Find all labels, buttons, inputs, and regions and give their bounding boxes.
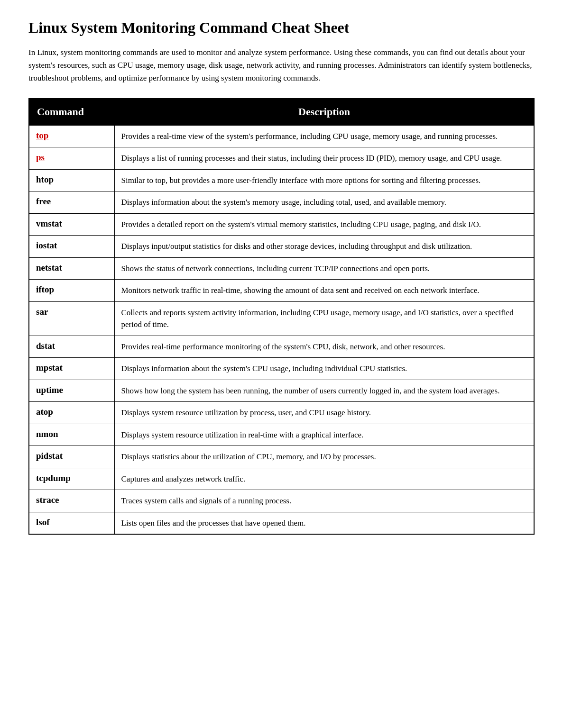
description-cell: Displays information about the system's …: [114, 358, 534, 380]
command-cell: iftop: [29, 280, 114, 302]
command-cell: lsof: [29, 512, 114, 534]
description-cell: Lists open files and the processes that …: [114, 512, 534, 534]
description-cell: Traces system calls and signals of a run…: [114, 490, 534, 512]
command-cell: strace: [29, 490, 114, 512]
table-body: topProvides a real-time view of the syst…: [29, 125, 534, 535]
description-cell: Displays system resource utilization in …: [114, 424, 534, 446]
command-link[interactable]: ps: [36, 152, 45, 162]
description-cell: Monitors network traffic in real-time, s…: [114, 280, 534, 302]
table-row: sarCollects and reports system activity …: [29, 301, 534, 336]
command-column-header: Command: [29, 99, 114, 125]
command-cell: tcpdump: [29, 468, 114, 490]
command-cell: atop: [29, 402, 114, 424]
description-cell: Displays system resource utilization by …: [114, 402, 534, 424]
description-cell: Displays statistics about the utilizatio…: [114, 446, 534, 468]
command-cell: htop: [29, 169, 114, 191]
description-cell: Captures and analyzes network traffic.: [114, 468, 534, 490]
command-cell: top: [29, 125, 114, 147]
description-cell: Shows the status of network connections,…: [114, 257, 534, 280]
command-cell: ps: [29, 147, 114, 170]
table-row: htopSimilar to top, but provides a more …: [29, 169, 534, 191]
table-header: Command Description: [29, 99, 534, 125]
table-row: atopDisplays system resource utilization…: [29, 402, 534, 424]
table-row: tcpdumpCaptures and analyzes network tra…: [29, 468, 534, 490]
table-row: nmonDisplays system resource utilization…: [29, 424, 534, 446]
command-cell: dstat: [29, 336, 114, 358]
table-row: iftopMonitors network traffic in real-ti…: [29, 280, 534, 302]
header-row: Command Description: [29, 99, 534, 125]
description-cell: Displays input/output statistics for dis…: [114, 236, 534, 258]
description-cell: Provides a real-time view of the system'…: [114, 125, 534, 147]
description-cell: Shows how long the system has been runni…: [114, 380, 534, 402]
table-row: netstatShows the status of network conne…: [29, 257, 534, 280]
intro-paragraph: In Linux, system monitoring commands are…: [28, 46, 535, 85]
table-row: vmstatProvides a detailed report on the …: [29, 213, 534, 236]
description-cell: Similar to top, but provides a more user…: [114, 169, 534, 191]
page-title: Linux System Monitoring Command Cheat Sh…: [28, 19, 535, 36]
command-cell: iostat: [29, 236, 114, 258]
description-cell: Provides a detailed report on the system…: [114, 213, 534, 236]
command-cell: vmstat: [29, 213, 114, 236]
command-cell: sar: [29, 301, 114, 336]
table-row: pidstatDisplays statistics about the uti…: [29, 446, 534, 468]
command-cell: uptime: [29, 380, 114, 402]
commands-table: Command Description topProvides a real-t…: [28, 98, 535, 535]
command-cell: mpstat: [29, 358, 114, 380]
command-cell: netstat: [29, 257, 114, 280]
table-row: straceTraces system calls and signals of…: [29, 490, 534, 512]
table-row: uptimeShows how long the system has been…: [29, 380, 534, 402]
table-row: topProvides a real-time view of the syst…: [29, 125, 534, 147]
table-row: iostatDisplays input/output statistics f…: [29, 236, 534, 258]
description-cell: Collects and reports system activity inf…: [114, 301, 534, 336]
table-row: mpstatDisplays information about the sys…: [29, 358, 534, 380]
command-cell: nmon: [29, 424, 114, 446]
description-column-header: Description: [114, 99, 534, 125]
description-cell: Displays information about the system's …: [114, 191, 534, 214]
table-row: dstatProvides real-time performance moni…: [29, 336, 534, 358]
table-row: lsofLists open files and the processes t…: [29, 512, 534, 534]
command-cell: free: [29, 191, 114, 214]
description-cell: Displays a list of running processes and…: [114, 147, 534, 170]
command-cell: pidstat: [29, 446, 114, 468]
description-cell: Provides real-time performance monitorin…: [114, 336, 534, 358]
command-link[interactable]: top: [36, 130, 48, 140]
table-row: psDisplays a list of running processes a…: [29, 147, 534, 170]
table-row: freeDisplays information about the syste…: [29, 191, 534, 214]
